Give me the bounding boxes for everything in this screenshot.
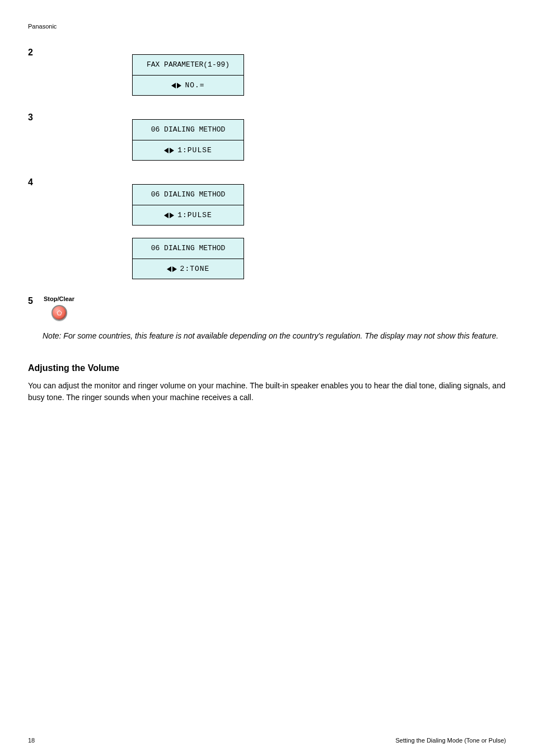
stop-clear-button-graphic: Stop/Clear — [44, 295, 74, 321]
lcd-display: FAX PARAMETER(1-99) NO.= — [132, 54, 244, 96]
note-text: For some countries, this feature is not … — [63, 331, 498, 340]
lcd-line2: NO.= — [133, 75, 243, 95]
lcd-line1: 06 DIALING METHOD — [133, 120, 243, 140]
section-title: Adjusting the Volume — [28, 362, 506, 374]
svg-marker-0 — [57, 311, 62, 315]
step-number: 3 — [28, 111, 43, 124]
step-text: Stop/Clear — [43, 295, 506, 321]
left-arrow-icon — [164, 148, 168, 153]
lcd-display: 06 DIALING METHOD 1:PULSE — [132, 184, 244, 226]
stop-clear-label: Stop/Clear — [44, 295, 74, 304]
step-2: 2 FAX PARAMETER(1-99) NO.= — [28, 46, 506, 96]
lcd-line1: 06 DIALING METHOD — [133, 238, 243, 259]
step-number: 4 — [28, 176, 43, 189]
step-4: 4 06 DIALING METHOD 1:PULSE 06 DIALING M… — [28, 176, 506, 279]
lcd-arrow-text: NO.= — [185, 81, 204, 91]
step-5: 5 Stop/Clear — [28, 295, 506, 321]
note: Note: For some countries, this feature i… — [43, 331, 506, 342]
lcd-arrow-text: 2:TONE — [180, 264, 210, 274]
section-intro: You can adjust the monitor and ringer vo… — [28, 380, 506, 403]
note-label: Note: — [43, 331, 61, 340]
right-arrow-icon — [172, 266, 177, 272]
right-arrow-icon — [170, 148, 174, 153]
lcd-line2: 2:TONE — [133, 259, 243, 279]
lcd-arrow-text: 1:PULSE — [177, 210, 212, 220]
lcd-arrow-text: 1:PULSE — [177, 145, 212, 156]
stop-clear-icon — [51, 305, 67, 321]
left-arrow-icon — [164, 213, 168, 218]
brand-header: Panasonic — [28, 22, 506, 31]
lcd-line1: FAX PARAMETER(1-99) — [133, 55, 243, 75]
lcd-line2: 1:PULSE — [133, 140, 243, 160]
lcd-display: 06 DIALING METHOD 1:PULSE — [132, 119, 244, 161]
left-arrow-icon — [171, 83, 176, 88]
step-3: 3 06 DIALING METHOD 1:PULSE — [28, 111, 506, 161]
lcd-display: 06 DIALING METHOD 2:TONE — [132, 238, 244, 279]
lcd-line2: 1:PULSE — [133, 205, 243, 225]
left-arrow-icon — [167, 266, 171, 272]
right-arrow-icon — [170, 213, 174, 218]
step-number: 2 — [28, 46, 43, 59]
step-number: 5 — [28, 295, 43, 307]
right-arrow-icon — [177, 83, 181, 88]
lcd-line1: 06 DIALING METHOD — [133, 185, 243, 205]
